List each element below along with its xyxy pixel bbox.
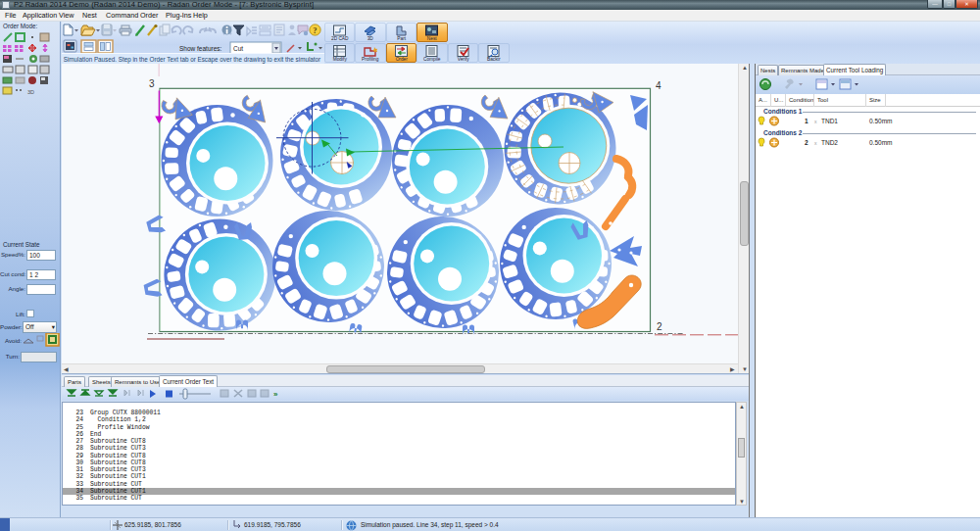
svg-text:2: 2 — [657, 321, 662, 332]
svg-text:»: » — [273, 390, 278, 399]
svg-text:3: 3 — [149, 78, 155, 89]
svg-text:4: 4 — [656, 80, 662, 91]
svg-text:Cut: Cut — [233, 45, 243, 52]
svg-text:Show features:: Show features: — [179, 45, 222, 52]
svg-text:3D: 3D — [27, 89, 34, 95]
svg-text:?: ? — [313, 25, 317, 35]
